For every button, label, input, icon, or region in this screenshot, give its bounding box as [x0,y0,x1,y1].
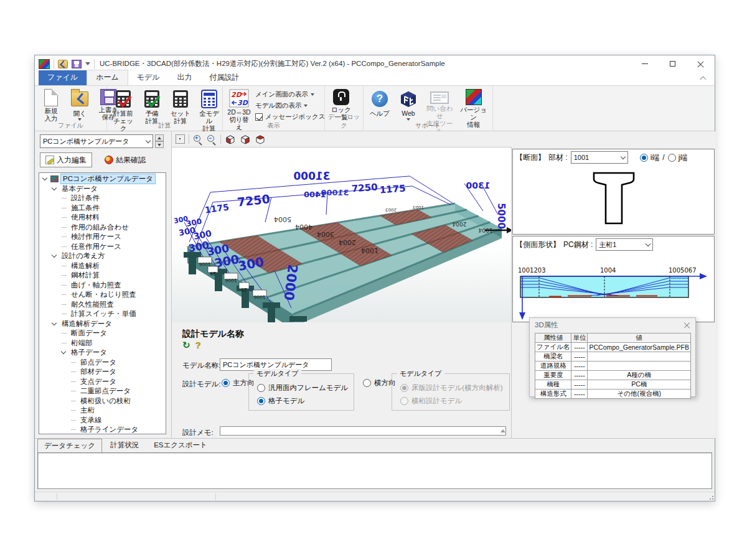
tab-appendix-design[interactable]: 付属設計 [201,70,248,85]
radio-icon[interactable] [363,379,371,387]
help-button[interactable]: ? ヘルプ [366,88,393,122]
precalc-check-button[interactable]: 計算前 チェック [110,88,137,122]
tree-expander-icon[interactable] [52,253,57,258]
svg-text:2D: 2D [231,91,242,99]
tree-item[interactable]: 使用材料 [39,213,166,223]
tree-item[interactable]: 主桁 [39,406,166,416]
tree-item[interactable]: 部材データ [39,367,166,377]
table-row: 橋梁名----- [535,352,691,362]
chevron-down-icon [620,154,625,159]
qat-dropdown-icon[interactable] [85,62,90,65]
view-top-cube-icon[interactable] [255,134,266,145]
open-button[interactable]: 開く [66,88,93,122]
tree-item[interactable]: 節点データ [39,358,166,368]
input-edit-tab[interactable]: 入力編集 [40,152,92,167]
collapse-ribbon-icon[interactable] [701,75,706,80]
tree-item[interactable]: 施工条件 [39,203,166,213]
tree-item[interactable]: 構造解析データ [39,319,166,329]
message-area[interactable] [37,452,712,489]
tree-item[interactable]: 鋼材計算 [39,271,166,281]
bottom-tab-1[interactable]: データチェック [37,439,102,452]
tree-item[interactable]: 桁端部 [39,338,166,348]
data-select-combobox[interactable]: PCコンボ橋サンプルデータ [40,134,153,148]
bottom-tab-2[interactable]: 計算状況 [103,438,146,452]
all-model-calc-button[interactable]: 全モデル 計算 [195,88,223,122]
grid-model-radio[interactable]: 格子モデル [257,396,304,406]
tree-item[interactable]: PCコンボ橋サンプルデータ [39,174,166,184]
save-icon[interactable] [72,60,82,68]
tree-item[interactable]: 計算スイッチ・単価 [39,309,166,319]
tab-home[interactable]: ホーム [87,70,128,85]
tree-item[interactable]: 設計の考え方 [39,251,166,261]
3d-viewport[interactable]: 31000 1400 31000 7250 1175 7250 1175 130… [172,147,512,322]
tab-output[interactable]: 出力 [169,70,201,85]
tree-item[interactable]: 基本データ [39,184,166,194]
radio-icon[interactable] [668,154,676,162]
memo-expand-icon[interactable] [500,429,505,432]
member-label: 25 [210,271,216,276]
tree-item[interactable]: 支点データ [39,377,166,387]
message-box-toggle[interactable]: メッセージボックス [255,113,325,121]
main-screen-display-menu[interactable]: メイン画面の表示 [255,90,325,99]
tree-expander-icon[interactable] [52,185,57,190]
member-combobox[interactable]: 1001 [571,151,628,164]
tree-expander-icon[interactable] [61,349,66,354]
radio-selected-icon[interactable] [257,397,265,405]
tree-expander-icon[interactable] [42,175,47,180]
frame-model-radio[interactable]: 汎用面内フレームモデル [257,383,348,393]
set-calc-button[interactable]: セット 計算 [167,88,194,122]
result-check-tab[interactable]: 結果確認 [100,152,151,167]
zoom-out-icon[interactable]: − [207,134,217,144]
tree-item[interactable]: 格子ラインデータ [39,425,166,434]
radio-selected-icon[interactable] [222,379,230,387]
new-input-button[interactable]: 新規 入力 [37,88,65,122]
tab-file[interactable]: ファイル [39,70,87,85]
maximize-button[interactable] [659,55,687,72]
close-button[interactable] [687,55,715,72]
transverse-direction-radio[interactable]: 横方向 [363,378,396,388]
web-button[interactable]: Web [395,88,422,122]
question-icon[interactable]: ? [195,340,201,350]
radio-icon[interactable] [257,384,265,392]
tree-item[interactable]: 二重節点データ [39,386,166,396]
spinner-up-button[interactable] [155,134,164,141]
tree-item[interactable]: せん断・ねじり照査 [39,290,166,300]
tree-expander-icon[interactable] [52,320,57,325]
minimize-button[interactable] [631,55,659,72]
divider [189,134,189,144]
tree-item[interactable]: 検討作用ケース [39,232,166,242]
i-end-radio[interactable]: i端 [640,152,660,163]
pc-steel-combobox[interactable]: 主桁1 [596,238,653,251]
preliminary-calc-button[interactable]: 予備 計算 [138,88,166,122]
table-cell: A種の橋 [588,371,691,380]
tab-model[interactable]: モデル [128,70,169,85]
resize-grip[interactable] [708,494,714,500]
close-icon[interactable] [684,322,690,329]
tree-item[interactable]: 任意作用ケース [39,242,166,252]
version-info-button[interactable]: バージョン 情報 [457,88,490,122]
2d-3d-switch-button[interactable]: 2D3D 2D⇔3D 切り替え [225,88,253,122]
tree-item[interactable]: 設計条件 [39,194,166,203]
design-memo-input[interactable] [220,426,506,436]
refresh-icon[interactable]: ↻ [182,340,190,351]
zoom-in-icon[interactable]: + [193,134,203,144]
j-end-radio[interactable]: j端 [668,152,688,163]
spinner-down-button[interactable] [155,141,164,148]
view-front-cube-icon[interactable] [225,134,236,145]
radio-selected-icon[interactable] [640,154,648,162]
tree-item[interactable]: 格子データ [39,348,166,358]
tree-item[interactable]: 作用の組み合わせ [39,223,166,233]
node-label: 1003 [413,205,424,210]
tree-item[interactable]: 耐久性能照査 [39,300,166,310]
tree-item[interactable]: 断面データ [39,329,166,338]
model-figure-display-menu[interactable]: モデル図の表示 [255,101,325,110]
selection-mode-icon[interactable] [176,134,185,144]
tree-item[interactable]: 構造解析 [39,261,166,271]
open-icon[interactable] [58,60,68,68]
tree-item[interactable]: 横桁扱いの枝桁 [39,396,166,406]
checkbox-checked-icon[interactable] [255,113,263,121]
view-side-cube-icon[interactable] [240,134,251,145]
tree-item[interactable]: 曲げ・軸力照査 [39,281,166,291]
bottom-tab-3[interactable]: ESエクスポート [147,438,214,452]
tree-item[interactable]: 支承線 [39,416,166,426]
